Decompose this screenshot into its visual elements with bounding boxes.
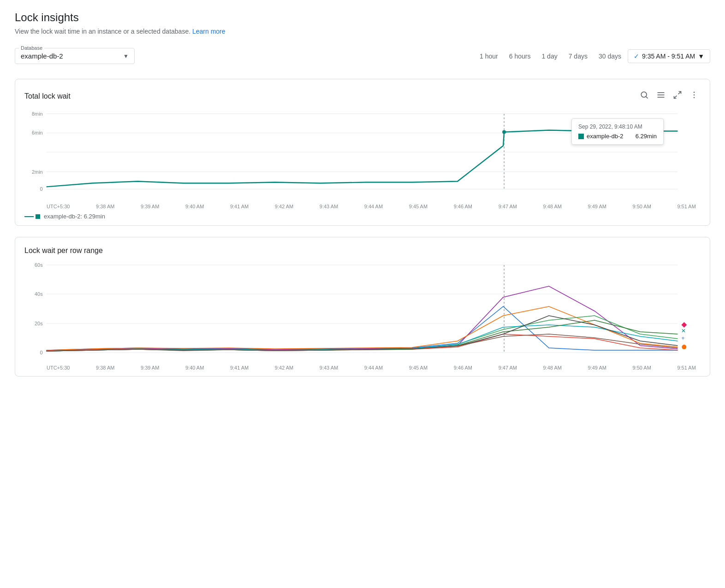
svg-text:0: 0 (40, 350, 43, 355)
svg-text:60s: 60s (35, 262, 43, 268)
x-label-12: 9:49 AM (588, 204, 606, 209)
chart-layers-button[interactable] (654, 88, 667, 104)
chart-header-rr: Lock wait per row range (24, 247, 701, 255)
x-label-4: 9:41 AM (230, 204, 249, 209)
chart-actions-tlw (638, 88, 701, 104)
svg-text:0: 0 (40, 186, 43, 192)
legend-line-icon (24, 216, 34, 217)
chart-legend-tlw: example-db-2: 6.29min (24, 213, 701, 220)
chart-title-tlw: Total lock wait (24, 92, 71, 100)
rr-x-label-8: 9:45 AM (409, 365, 428, 370)
total-lock-wait-card: Total lock wait 8min 6mi (15, 79, 710, 226)
total-lock-wait-svg: 8min 6min 2min 0 (24, 109, 701, 200)
time-filters: 1 hour 6 hours 1 day 7 days 30 days ✓ 9:… (475, 49, 710, 63)
rr-x-label-14: 9:51 AM (677, 365, 695, 370)
chart-fullscreen-button[interactable] (671, 88, 684, 104)
svg-marker-30 (681, 322, 687, 328)
svg-text:2min: 2min (32, 169, 43, 175)
svg-point-0 (641, 92, 647, 97)
legend-square-icon (36, 214, 40, 219)
legend-label: example-db-2: 6.29min (44, 213, 105, 220)
chart-more-button[interactable] (688, 88, 701, 104)
time-range-dropdown-icon: ▼ (698, 53, 704, 60)
x-label-8: 9:45 AM (409, 204, 428, 209)
x-label-5: 9:42 AM (275, 204, 293, 209)
svg-line-5 (678, 92, 681, 94)
check-icon: ✓ (634, 53, 639, 60)
dropdown-arrow-icon: ▼ (123, 53, 129, 59)
page-subtitle: View the lock wait time in an instance o… (15, 28, 710, 35)
svg-line-6 (674, 96, 677, 99)
time-filter-6hours[interactable]: 6 hours (505, 50, 535, 63)
rr-x-label-1: 9:38 AM (96, 365, 114, 370)
svg-text:20s: 20s (35, 321, 43, 326)
x-label-10: 9:47 AM (499, 204, 517, 209)
svg-text:40s: 40s (35, 291, 43, 297)
svg-point-8 (694, 94, 695, 96)
rr-x-axis: UTC+5:30 9:38 AM 9:39 AM 9:40 AM 9:41 AM… (24, 365, 701, 370)
time-range-label: 9:35 AM - 9:51 AM (642, 53, 695, 60)
svg-line-1 (646, 97, 648, 99)
learn-more-link[interactable]: Learn more (192, 28, 226, 35)
rr-x-label-3: 9:40 AM (185, 365, 204, 370)
chart-search-button[interactable] (638, 88, 651, 104)
svg-text:8min: 8min (32, 111, 43, 117)
lock-wait-per-row-svg: 60s 40s 20s 0 (24, 260, 701, 362)
svg-point-20 (502, 130, 506, 134)
rr-x-label-0: UTC+5:30 (47, 365, 70, 370)
tlw-x-axis: UTC+5:30 9:38 AM 9:39 AM 9:40 AM 9:41 AM… (24, 204, 701, 209)
x-label-6: 9:43 AM (320, 204, 338, 209)
rr-x-label-5: 9:42 AM (275, 365, 293, 370)
x-label-7: 9:44 AM (364, 204, 383, 209)
svg-point-9 (694, 97, 695, 99)
rr-x-label-13: 9:50 AM (632, 365, 651, 370)
controls-row: Database example-db-2 ▼ 1 hour 6 hours 1… (15, 48, 710, 64)
time-filter-1hour[interactable]: 1 hour (475, 50, 503, 63)
x-label-9: 9:46 AM (454, 204, 472, 209)
svg-text:6min: 6min (32, 130, 43, 135)
x-label-11: 9:48 AM (543, 204, 562, 209)
svg-point-7 (694, 92, 695, 93)
x-label-3: 9:40 AM (185, 204, 204, 209)
x-label-13: 9:50 AM (632, 204, 651, 209)
total-lock-wait-chart-area: 8min 6min 2min 0 Sep 29, 2022, 9:48:10 A… (24, 109, 701, 202)
database-value: example-db-2 (21, 52, 63, 60)
svg-text:+: + (681, 335, 684, 341)
rr-x-label-11: 9:48 AM (543, 365, 562, 370)
x-label-0: UTC+5:30 (47, 204, 70, 209)
x-label-1: 9:38 AM (96, 204, 114, 209)
svg-text:✕: ✕ (681, 328, 686, 334)
chart-header-tlw: Total lock wait (24, 88, 701, 104)
lock-wait-per-row-chart-area: 60s 40s 20s 0 (24, 260, 701, 363)
rr-x-label-7: 9:44 AM (364, 365, 383, 370)
time-filter-30days[interactable]: 30 days (594, 50, 626, 63)
rr-x-label-4: 9:41 AM (230, 365, 249, 370)
rr-x-label-6: 9:43 AM (320, 365, 338, 370)
rr-x-label-10: 9:47 AM (499, 365, 517, 370)
rr-x-label-2: 9:39 AM (141, 365, 159, 370)
x-label-2: 9:39 AM (141, 204, 159, 209)
chart-title-rr: Lock wait per row range (24, 247, 103, 255)
rr-x-label-12: 9:49 AM (588, 365, 606, 370)
time-range-button[interactable]: ✓ 9:35 AM - 9:51 AM ▼ (628, 49, 710, 63)
svg-point-33 (682, 345, 686, 349)
database-label: Database (19, 45, 44, 51)
rr-x-label-9: 9:46 AM (454, 365, 472, 370)
x-label-14: 9:51 AM (677, 204, 695, 209)
time-filter-7days[interactable]: 7 days (564, 50, 592, 63)
lock-wait-per-row-card: Lock wait per row range 60s 40s 20s 0 (15, 237, 710, 376)
database-select[interactable]: Database example-db-2 ▼ (15, 48, 135, 64)
time-filter-1day[interactable]: 1 day (537, 50, 562, 63)
page-title: Lock insights (15, 11, 710, 24)
